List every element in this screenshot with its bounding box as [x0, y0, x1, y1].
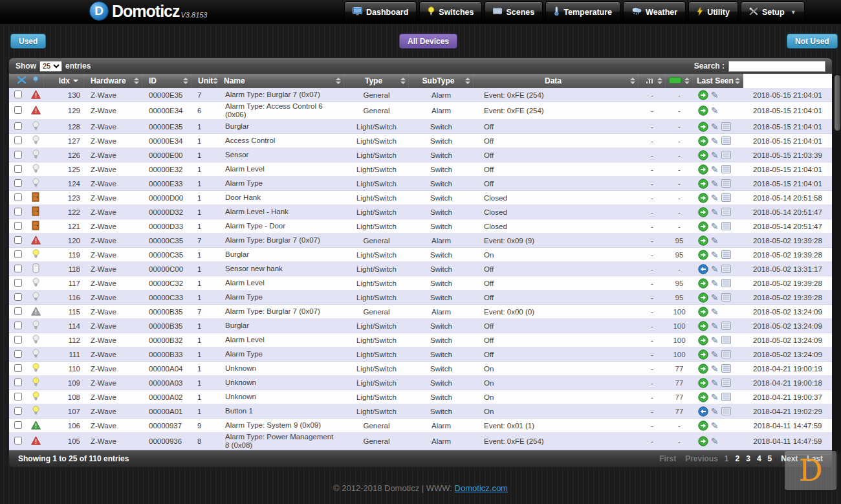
rename-button[interactable]: ✎ — [711, 364, 719, 373]
header-signal[interactable] — [639, 74, 666, 88]
page-button-5[interactable]: 5 — [768, 454, 772, 463]
set-used-button[interactable] — [698, 136, 708, 146]
row-checkbox[interactable] — [14, 322, 22, 329]
set-used-button[interactable] — [698, 364, 708, 374]
header-hardware[interactable]: Hardware — [84, 74, 142, 88]
set-used-button[interactable] — [698, 90, 708, 100]
row-checkbox[interactable] — [14, 250, 22, 258]
row-checkbox[interactable] — [14, 378, 22, 386]
set-used-button[interactable] — [698, 278, 708, 289]
log-button[interactable] — [721, 407, 731, 415]
rename-button[interactable]: ✎ — [711, 250, 719, 259]
header-idx[interactable]: Idx — [44, 74, 84, 88]
row-checkbox[interactable] — [14, 122, 22, 130]
log-button[interactable] — [721, 350, 731, 358]
row-checkbox[interactable] — [14, 236, 22, 244]
log-button[interactable] — [721, 250, 731, 259]
header-unit[interactable]: Unit — [191, 74, 217, 88]
row-checkbox[interactable] — [14, 165, 22, 173]
rename-button[interactable]: ✎ — [711, 179, 719, 188]
set-used-button[interactable] — [698, 436, 708, 446]
filter-all-devices-button[interactable]: All Devices — [399, 34, 457, 49]
header-subtype[interactable]: SubType — [409, 74, 474, 88]
set-used-button[interactable] — [698, 392, 708, 402]
row-checkbox[interactable] — [14, 91, 22, 98]
rename-button[interactable]: ✎ — [711, 378, 719, 388]
row-checkbox[interactable] — [14, 265, 22, 272]
set-used-button[interactable] — [698, 292, 708, 303]
set-used-button[interactable] — [698, 207, 708, 217]
set-used-button[interactable] — [698, 321, 708, 331]
rename-button[interactable]: ✎ — [711, 193, 719, 203]
log-button[interactable] — [721, 122, 731, 131]
set-used-button[interactable] — [698, 236, 708, 246]
row-checkbox[interactable] — [14, 393, 22, 400]
vertical-scrollbar[interactable] — [833, 74, 841, 454]
rename-button[interactable]: ✎ — [711, 293, 719, 302]
nav-utility[interactable]: Utility — [688, 1, 738, 23]
row-checkbox[interactable] — [14, 307, 22, 315]
row-checkbox[interactable] — [14, 193, 22, 201]
nav-weather[interactable]: Weather — [623, 1, 686, 23]
row-checkbox[interactable] — [14, 421, 22, 429]
log-button[interactable] — [721, 322, 731, 330]
row-checkbox[interactable] — [14, 407, 22, 415]
header-last-seen[interactable]: Last Seen — [693, 74, 743, 88]
rename-button[interactable]: ✎ — [711, 421, 719, 430]
set-used-button[interactable] — [698, 335, 708, 345]
row-checkbox[interactable] — [14, 336, 22, 344]
filter-used-button[interactable]: Used — [10, 34, 46, 49]
rename-button[interactable]: ✎ — [711, 322, 719, 331]
set-unused-button[interactable] — [698, 406, 708, 417]
nav-scenes[interactable]: Scenes — [485, 1, 543, 23]
log-button[interactable] — [721, 137, 731, 145]
set-used-button[interactable] — [698, 250, 708, 260]
log-button[interactable] — [721, 293, 731, 301]
page-size-select[interactable]: 25 — [39, 61, 62, 72]
header-select-column[interactable] — [9, 74, 44, 88]
rename-button[interactable]: ✎ — [711, 165, 719, 174]
log-button[interactable] — [721, 265, 731, 273]
rename-button[interactable]: ✎ — [711, 151, 719, 160]
log-button[interactable] — [721, 208, 731, 216]
header-battery[interactable] — [666, 74, 693, 88]
page-button-3[interactable]: 3 — [746, 454, 750, 463]
rename-button[interactable]: ✎ — [711, 122, 719, 131]
lamp-icon[interactable] — [32, 76, 39, 86]
row-checkbox[interactable] — [14, 279, 22, 287]
set-used-button[interactable] — [698, 122, 708, 132]
multi-select-icon[interactable] — [17, 76, 27, 86]
log-button[interactable] — [721, 364, 731, 373]
rename-button[interactable]: ✎ — [711, 236, 719, 245]
nav-temperature[interactable]: Temperature — [545, 1, 620, 23]
set-used-button[interactable] — [698, 221, 708, 232]
log-button[interactable] — [721, 393, 731, 401]
nav-switches[interactable]: Switches — [419, 1, 482, 23]
rename-button[interactable]: ✎ — [711, 350, 719, 359]
search-input[interactable] — [728, 61, 825, 72]
set-used-button[interactable] — [698, 349, 708, 360]
rename-button[interactable]: ✎ — [711, 407, 719, 416]
set-used-button[interactable] — [698, 164, 708, 175]
set-used-button[interactable] — [698, 307, 708, 317]
log-button[interactable] — [721, 179, 731, 188]
set-used-button[interactable] — [698, 105, 708, 116]
rename-button[interactable]: ✎ — [711, 222, 719, 231]
domoticz-link[interactable]: Domoticz.com — [455, 483, 508, 493]
row-checkbox[interactable] — [14, 222, 22, 230]
page-button-2[interactable]: 2 — [736, 454, 740, 463]
rename-button[interactable]: ✎ — [711, 437, 719, 446]
header-name[interactable]: Name — [217, 74, 344, 88]
rename-button[interactable]: ✎ — [711, 393, 719, 402]
row-checkbox[interactable] — [14, 350, 22, 358]
set-used-button[interactable] — [698, 179, 708, 189]
row-checkbox[interactable] — [14, 364, 22, 372]
rename-button[interactable]: ✎ — [711, 91, 719, 100]
nav-setup[interactable]: Setup ▼ — [741, 1, 805, 23]
log-button[interactable] — [721, 279, 731, 287]
header-id[interactable]: ID — [142, 74, 191, 88]
log-button[interactable] — [721, 378, 731, 387]
nav-dashboard[interactable]: Dashboard — [344, 1, 417, 23]
log-button[interactable] — [721, 336, 731, 344]
set-used-button[interactable] — [698, 378, 708, 388]
